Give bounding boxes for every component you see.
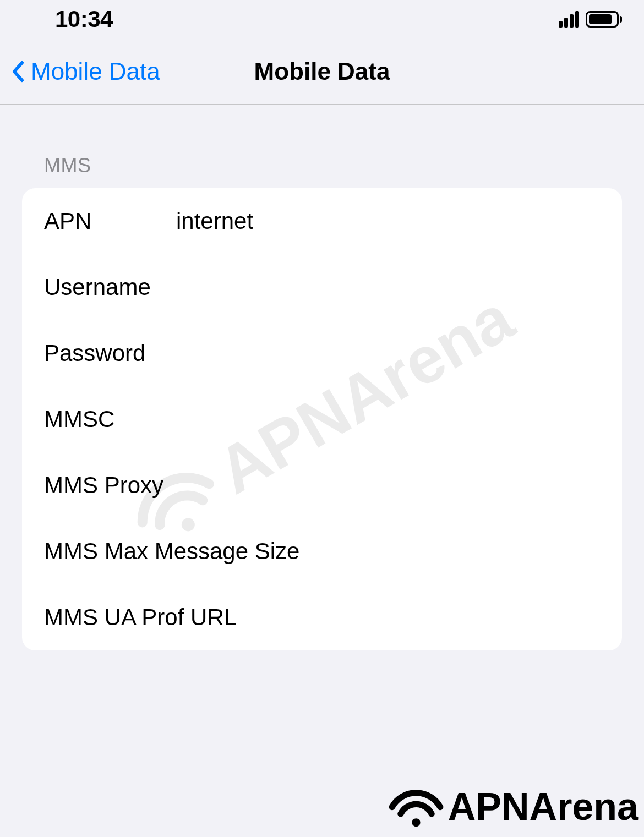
password-input[interactable] [176, 340, 600, 366]
apn-input[interactable] [176, 208, 600, 234]
mmsc-input[interactable] [176, 406, 600, 433]
mms-proxy-label: MMS Proxy [44, 472, 163, 499]
navigation-bar: Mobile Data Mobile Data [0, 39, 644, 105]
mms-proxy-input[interactable] [163, 472, 600, 499]
branding-logo: APNArena [389, 785, 638, 829]
wifi-icon [389, 786, 444, 828]
mms-ua-prof-label: MMS UA Prof URL [44, 604, 237, 631]
content-area: MMS APN Username Password MMSC MMS Proxy… [0, 105, 644, 650]
battery-icon [586, 11, 622, 28]
status-right-icons [559, 11, 622, 28]
apn-row[interactable]: APN [22, 188, 622, 254]
back-button-label: Mobile Data [31, 58, 160, 85]
username-input[interactable] [176, 274, 600, 300]
back-button[interactable]: Mobile Data [11, 58, 160, 85]
mms-proxy-row[interactable]: MMS Proxy [22, 452, 622, 518]
mms-max-size-row[interactable]: MMS Max Message Size [22, 518, 622, 584]
mms-max-size-label: MMS Max Message Size [44, 538, 299, 565]
page-title: Mobile Data [254, 58, 390, 85]
status-bar: 10:34 [0, 0, 644, 39]
svg-point-1 [412, 818, 420, 827]
branding-text: APNArena [448, 785, 638, 829]
apn-label: APN [44, 208, 176, 234]
mms-ua-prof-input[interactable] [237, 604, 600, 631]
mms-max-size-input[interactable] [299, 538, 600, 565]
password-row[interactable]: Password [22, 320, 622, 386]
username-row[interactable]: Username [22, 254, 622, 320]
mmsc-row[interactable]: MMSC [22, 386, 622, 452]
status-time: 10:34 [55, 6, 113, 32]
password-label: Password [44, 340, 176, 366]
mms-ua-prof-row[interactable]: MMS UA Prof URL [22, 584, 622, 650]
chevron-left-icon [11, 61, 24, 83]
username-label: Username [44, 274, 176, 300]
mmsc-label: MMSC [44, 406, 176, 433]
cellular-signal-icon [559, 11, 579, 28]
section-header-mms: MMS [44, 154, 622, 177]
settings-card: APN Username Password MMSC MMS Proxy MMS… [22, 188, 622, 650]
